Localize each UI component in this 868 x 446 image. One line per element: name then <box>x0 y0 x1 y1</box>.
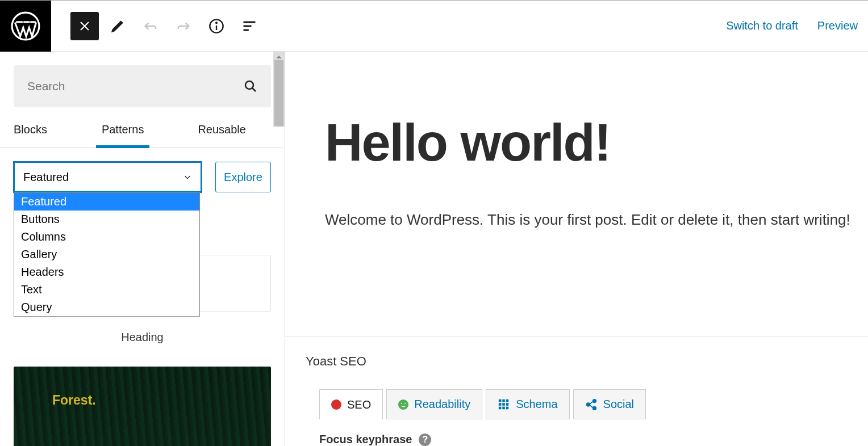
pattern-forest-preview[interactable]: Forest. <box>14 367 271 446</box>
info-button[interactable] <box>202 12 231 40</box>
sidebar-scrollbar[interactable] <box>273 52 285 127</box>
pattern-category-select[interactable]: Featured <box>14 162 202 192</box>
list-icon <box>241 18 257 34</box>
svg-point-16 <box>592 399 596 402</box>
help-icon[interactable]: ? <box>419 434 431 446</box>
seo-tab-label: SEO <box>347 398 371 411</box>
svg-point-4 <box>401 402 402 403</box>
svg-rect-7 <box>502 399 505 402</box>
post-title[interactable]: Hello world! <box>325 113 868 172</box>
focus-keyphrase-row: Focus keyphrase ? <box>319 433 868 446</box>
focus-keyphrase-label: Focus keyphrase <box>319 433 412 446</box>
block-inserter-panel: Blocks Patterns Reusable Featured Explor… <box>0 52 285 446</box>
yoast-tab-seo[interactable]: SEO <box>319 389 383 419</box>
pattern-label: Heading <box>14 331 271 344</box>
post-body[interactable]: Welcome to WordPress. This is your first… <box>325 211 868 229</box>
tab-blocks[interactable]: Blocks <box>14 112 47 148</box>
search-input[interactable] <box>27 79 244 93</box>
grid-icon <box>498 398 510 411</box>
switch-to-draft-link[interactable]: Switch to draft <box>726 19 798 32</box>
svg-rect-11 <box>506 403 509 406</box>
search-box[interactable] <box>14 65 271 107</box>
chevron-down-icon <box>183 172 192 182</box>
dropdown-option-columns[interactable]: Columns <box>14 228 199 246</box>
svg-point-3 <box>245 81 253 89</box>
svg-point-2 <box>216 22 218 23</box>
wordpress-logo[interactable] <box>0 1 51 52</box>
dropdown-option-query[interactable]: Query <box>14 298 199 316</box>
svg-point-5 <box>404 402 406 403</box>
svg-rect-12 <box>499 406 502 409</box>
inserter-tabs: Blocks Patterns Reusable <box>0 112 285 148</box>
category-dropdown: Featured Buttons Columns Gallery Headers… <box>14 192 200 317</box>
yoast-tabs: SEO Readability Schema Social <box>319 389 868 419</box>
svg-rect-10 <box>502 403 505 406</box>
tab-patterns[interactable]: Patterns <box>102 112 144 148</box>
svg-point-17 <box>592 406 596 410</box>
redo-button[interactable] <box>169 12 198 40</box>
dropdown-option-featured[interactable]: Featured <box>14 193 199 211</box>
svg-rect-9 <box>499 403 502 406</box>
dropdown-option-text[interactable]: Text <box>14 281 199 298</box>
wordpress-icon <box>11 11 40 41</box>
preview-link[interactable]: Preview <box>817 19 858 32</box>
dropdown-option-gallery[interactable]: Gallery <box>14 246 199 263</box>
svg-rect-6 <box>499 399 502 402</box>
tab-reusable[interactable]: Reusable <box>198 112 246 148</box>
info-icon <box>208 18 224 34</box>
undo-icon <box>143 18 158 34</box>
top-toolbar: Switch to draft Preview <box>0 0 868 52</box>
dropdown-option-buttons[interactable]: Buttons <box>14 211 199 228</box>
main-area: Blocks Patterns Reusable Featured Explor… <box>0 52 868 446</box>
editor-canvas[interactable]: Hello world! Welcome to WordPress. This … <box>285 52 868 446</box>
svg-rect-8 <box>506 399 509 402</box>
redo-icon <box>176 18 191 34</box>
seo-indicator-icon <box>331 399 341 410</box>
close-icon <box>78 19 91 33</box>
top-right-actions: Switch to draft Preview <box>726 19 858 32</box>
readability-tab-label: Readability <box>414 398 470 411</box>
svg-rect-13 <box>502 406 505 409</box>
yoast-tab-readability[interactable]: Readability <box>386 389 482 419</box>
yoast-panel: Yoast SEO SEO Readability Schema <box>285 336 868 446</box>
close-inserter-button[interactable] <box>70 12 99 40</box>
schema-tab-label: Schema <box>516 398 557 411</box>
smiley-icon <box>398 399 408 410</box>
explore-button[interactable]: Explore <box>215 162 271 192</box>
svg-point-15 <box>586 403 590 406</box>
search-icon <box>244 79 257 93</box>
yoast-tab-schema[interactable]: Schema <box>486 389 569 419</box>
yoast-title: Yoast SEO <box>306 354 868 369</box>
undo-button[interactable] <box>136 12 165 40</box>
share-icon <box>585 398 598 411</box>
dropdown-option-headers[interactable]: Headers <box>14 263 199 281</box>
list-view-button[interactable] <box>235 12 264 40</box>
edit-button[interactable] <box>103 12 132 40</box>
toolbar-buttons <box>70 12 264 40</box>
social-tab-label: Social <box>603 398 634 411</box>
forest-text: Forest. <box>52 393 96 408</box>
svg-rect-14 <box>506 406 509 409</box>
yoast-tab-social[interactable]: Social <box>573 389 646 419</box>
pencil-icon <box>110 18 126 34</box>
category-selected-text: Featured <box>23 171 69 184</box>
